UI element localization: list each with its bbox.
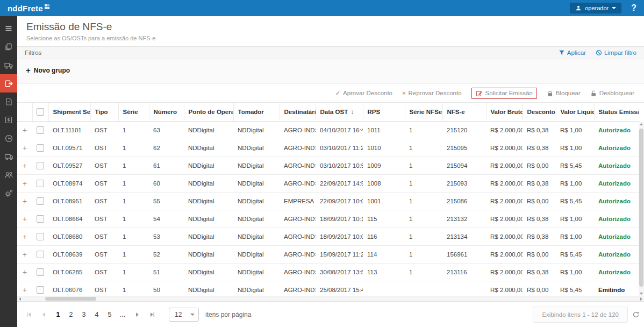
brand-logo[interactable]: nddFrete <box>8 4 49 13</box>
column-header-valor-liquido[interactable]: Valor Líquido <box>556 103 594 121</box>
page-number-5[interactable]: 5 <box>103 308 116 321</box>
row-checkbox[interactable] <box>37 180 44 187</box>
sidebar-item-users[interactable] <box>0 166 17 184</box>
block-button[interactable]: Bloquear <box>547 90 581 97</box>
slash-circle-icon <box>596 49 602 56</box>
cell-shipment-sell: OLT.08639 <box>48 245 90 263</box>
cell-numero: 52 <box>149 245 184 263</box>
cell-valor-bruto: R$ 2.000,00 <box>486 121 523 139</box>
expand-row-button[interactable]: + <box>17 157 32 174</box>
gears-icon <box>4 189 13 198</box>
request-emission-label: Solicitar Emissão <box>485 90 533 96</box>
row-checkbox[interactable] <box>37 233 44 240</box>
last-page-button[interactable] <box>145 308 159 322</box>
cell-status-emissao: Autorizado <box>594 210 639 228</box>
request-emission-button[interactable]: Solicitar Emissão <box>471 88 537 99</box>
apply-filter-button[interactable]: Aplicar <box>559 49 586 56</box>
sidebar-item-truck[interactable] <box>0 56 17 74</box>
page-number-4[interactable]: 4 <box>90 308 103 321</box>
row-checkbox[interactable] <box>37 215 44 223</box>
sidebar-item-settings[interactable] <box>0 184 17 202</box>
refresh-button[interactable] <box>632 311 640 318</box>
unblock-button[interactable]: Desbloquear <box>590 90 634 97</box>
row-checkbox[interactable] <box>37 268 44 276</box>
page-number-1[interactable]: 1 <box>52 308 65 321</box>
row-checkbox[interactable] <box>37 197 44 205</box>
expand-row-button[interactable]: + <box>17 281 32 296</box>
approve-discount-button[interactable]: ✓ Aprovar Desconto <box>335 90 392 97</box>
column-header-serie[interactable]: Série <box>118 103 149 121</box>
row-checkbox[interactable] <box>37 126 44 134</box>
column-header-desconto[interactable]: Desconto <box>523 103 556 121</box>
sidebar-item-billing[interactable] <box>0 111 17 129</box>
column-header-shipment-sell[interactable]: Shipment Sell <box>48 103 90 121</box>
column-header-status-emissao[interactable]: Status Emissão <box>594 103 639 121</box>
clear-filter-button[interactable]: Limpar filtro <box>596 49 636 56</box>
expand-row-button[interactable]: + <box>17 139 32 157</box>
expand-row-button[interactable]: + <box>17 228 32 245</box>
vertical-scroll-thumb[interactable] <box>639 129 643 287</box>
user-menu-button[interactable]: operador <box>570 3 621 13</box>
sidebar-item-monitoring[interactable] <box>0 129 17 147</box>
column-header-tomador[interactable]: Tomador <box>233 103 280 121</box>
cell-tomador: NDDigital <box>233 263 280 281</box>
reject-discount-button[interactable]: × Reprovar Desconto <box>402 90 462 96</box>
more-pages-button[interactable]: ... <box>116 308 129 321</box>
sidebar-item-nfse-emission[interactable] <box>0 74 17 93</box>
cell-rps: 113 <box>363 263 405 281</box>
horizontal-scrollbar[interactable] <box>17 296 644 301</box>
cell-ponto-operacao: NDDigital <box>184 157 233 174</box>
x-icon: × <box>402 90 405 96</box>
expand-row-button[interactable]: + <box>17 121 32 139</box>
expand-row-button[interactable]: + <box>17 245 32 263</box>
page-number-3[interactable]: 3 <box>77 308 90 321</box>
cell-shipment-sell: OLT.08664 <box>48 210 90 228</box>
column-header-destinatario[interactable]: Destinatário <box>280 103 316 121</box>
expand-row-button[interactable]: + <box>17 210 32 228</box>
column-header-data-ost[interactable]: Data OST ↓ <box>316 103 363 121</box>
cell-tipo: OST <box>90 192 118 210</box>
row-checkbox[interactable] <box>37 144 44 152</box>
first-page-button[interactable] <box>22 308 35 322</box>
table-row: + OLT.08639 OST 1 52 NDDigital NDDigital… <box>17 245 639 263</box>
sidebar-item-menu[interactable] <box>0 19 17 38</box>
next-page-button[interactable] <box>130 308 144 322</box>
cell-desconto: R$ 0,00 <box>523 281 556 296</box>
cell-serie-nfse: 1 <box>405 210 442 228</box>
column-header-nfse[interactable]: NFS-e <box>442 103 486 121</box>
cell-shipment-sell: OLT.09527 <box>48 157 90 174</box>
row-checkbox[interactable] <box>37 162 44 169</box>
row-select-cell <box>32 210 48 228</box>
select-all-checkbox[interactable] <box>37 108 44 116</box>
column-header-tipo[interactable]: Tipo <box>90 103 118 121</box>
column-header-valor-bruto[interactable]: Valor Bruto <box>486 103 523 121</box>
sidebar-item-documents[interactable] <box>0 93 17 111</box>
page-size-dropdown[interactable]: 12 <box>169 308 199 322</box>
help-button[interactable]: ? <box>629 3 639 13</box>
page-number-2[interactable]: 2 <box>65 308 77 321</box>
scroll-left-arrow[interactable] <box>17 296 23 302</box>
brand-pixels-icon <box>45 4 49 9</box>
cell-rps: 1001 <box>363 192 405 210</box>
row-checkbox[interactable] <box>37 286 44 294</box>
column-header-numero[interactable]: Número <box>149 103 184 121</box>
column-header-rps[interactable]: RPS <box>363 103 405 121</box>
horizontal-scroll-thumb[interactable] <box>45 297 96 301</box>
previous-page-button[interactable] <box>37 308 51 322</box>
cell-status-emissao: Autorizado <box>594 139 639 157</box>
cell-serie-nfse: 1 <box>405 228 442 245</box>
column-header-ponto-operacao[interactable]: Ponto de Opera... <box>184 103 233 121</box>
scroll-up-arrow[interactable] <box>639 122 644 127</box>
new-group-button[interactable]: + Novo grupo <box>26 67 70 74</box>
vertical-scrollbar[interactable] <box>639 122 644 296</box>
sidebar-item-fleet[interactable] <box>0 147 17 166</box>
scroll-right-arrow[interactable] <box>639 296 644 302</box>
shell: Emissão de NFS-e Selecione as OS/OSTs pa… <box>0 16 644 327</box>
expand-row-button[interactable]: + <box>17 192 32 210</box>
row-checkbox[interactable] <box>37 251 44 258</box>
sidebar-item-reports[interactable] <box>0 38 17 56</box>
column-header-serie-nfse[interactable]: Série NFSe <box>405 103 442 121</box>
expand-row-button[interactable]: + <box>17 174 32 192</box>
expand-row-button[interactable]: + <box>17 263 32 281</box>
cell-tomador: NDDigital <box>233 245 280 263</box>
